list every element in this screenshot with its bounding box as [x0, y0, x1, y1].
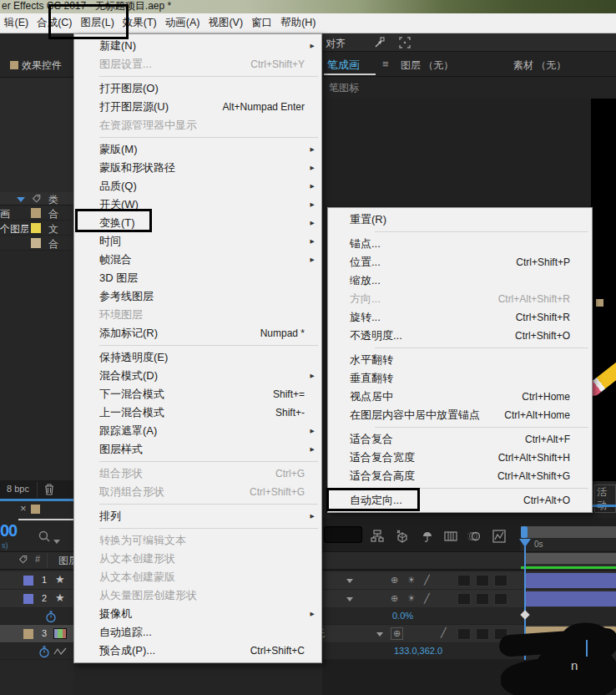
flowchart-icon[interactable]: [371, 530, 384, 543]
menu-item[interactable]: ▶: [328, 424, 592, 430]
menu-item[interactable]: 参考线图层 ▶: [74, 287, 321, 306]
layer-row-2[interactable]: 2 ★: [0, 590, 73, 608]
menu-item[interactable]: 垂直翻转 ▶: [328, 369, 592, 388]
menu-item[interactable]: 混合模式(D) ▶: [74, 367, 321, 385]
menu-item[interactable]: 不透明度... Ctrl+Shift+O ▶: [328, 327, 592, 345]
menubar-item[interactable]: 窗口: [247, 16, 276, 30]
menu-item[interactable]: ▶: [74, 459, 321, 464]
motion-blur-icon[interactable]: [467, 530, 481, 543]
menu-item[interactable]: 跟踪遮罩(A) ▶: [74, 422, 321, 440]
quality-switch-icon[interactable]: ╱: [424, 593, 430, 604]
menu-item[interactable]: 排列 ▶: [74, 507, 321, 525]
matte-chip[interactable]: [457, 575, 471, 586]
matte-chip[interactable]: [476, 628, 489, 640]
stopwatch-icon[interactable]: [45, 611, 57, 623]
menu-item[interactable]: 重置(R) ▶: [328, 211, 592, 229]
menu-item[interactable]: 锚点... ▶: [328, 235, 592, 253]
project-row[interactable]: 合: [0, 236, 73, 251]
chevron-down-icon[interactable]: [346, 579, 353, 583]
menu-item[interactable]: 位置... Ctrl+Shift+P ▶: [328, 253, 592, 271]
label-color-chip[interactable]: [31, 238, 41, 248]
graph-editor-icon[interactable]: [492, 530, 506, 543]
label-tag-icon[interactable]: [32, 194, 43, 205]
menu-item[interactable]: 在图层内容中居中放置锚点 Ctrl+Alt+Home ▶: [328, 406, 592, 424]
anchor-switch-icon[interactable]: ⊕: [391, 575, 398, 586]
sort-arrow-icon[interactable]: [17, 197, 25, 202]
search-options-caret-icon[interactable]: [53, 540, 60, 544]
menu-item[interactable]: 自动追踪... ▶: [74, 623, 321, 642]
menu-item[interactable]: 上一混合模式 Shift+- ▶: [74, 403, 321, 422]
matte-chip[interactable]: [494, 575, 507, 586]
timeline-row-2[interactable]: ⊕ ☀ ╱: [322, 590, 616, 608]
menu-item[interactable]: 品质(Q) ▶: [74, 177, 321, 195]
menu-item[interactable]: ▶: [74, 342, 321, 348]
layer-label-chip[interactable]: [23, 629, 33, 639]
matte-chip[interactable]: [457, 628, 471, 640]
menu-item[interactable]: 新建(N) ▶: [74, 37, 321, 55]
menu-item[interactable]: 从文本创建蒙版 ▶: [74, 568, 321, 586]
menu-item[interactable]: ▶: [74, 501, 321, 507]
search-icon[interactable]: [37, 529, 52, 544]
bit-depth-label[interactable]: 8 bpc: [7, 484, 29, 494]
graph-icon[interactable]: [53, 647, 67, 656]
chevron-down-icon[interactable]: [346, 597, 353, 601]
menu-item[interactable]: ▶: [74, 134, 321, 140]
menu-item[interactable]: 下一混合模式 Shift+= ▶: [74, 385, 321, 403]
frame-blend-icon[interactable]: [444, 530, 457, 543]
menu-item[interactable]: 在资源管理器中显示 ▶: [74, 116, 321, 134]
region-of-interest-icon[interactable]: [398, 36, 412, 49]
layer-name-column-header[interactable]: 图层: [58, 554, 73, 568]
menu-item[interactable]: 保持透明度(E) ▶: [74, 348, 321, 367]
menu-item[interactable]: 预合成(P)... Ctrl+Shift+C ▶: [74, 642, 321, 660]
menu-item[interactable]: ▶: [74, 525, 321, 531]
collapse-switch-icon[interactable]: ☀: [407, 575, 416, 586]
menu-item[interactable]: 从矢量图层创建形状 ▶: [74, 586, 321, 605]
menu-item[interactable]: 从文本创建形状 ▶: [74, 550, 321, 568]
menu-item[interactable]: 蒙版(M) ▶: [74, 140, 321, 159]
project-row[interactable]: 画 合: [0, 205, 73, 221]
menu-item[interactable]: 组合形状 Ctrl+G ▶: [74, 464, 321, 483]
opacity-value[interactable]: 0.0%: [392, 611, 413, 621]
menu-item[interactable]: ▶: [328, 345, 592, 351]
layer-label-chip[interactable]: [23, 576, 33, 586]
shy-layers-icon[interactable]: [421, 530, 434, 543]
menu-item[interactable]: ▶: [328, 229, 592, 235]
anchor-switch-icon[interactable]: ⊕: [391, 627, 403, 640]
menu-item[interactable]: 3D 图层 ▶: [74, 269, 321, 287]
active-camera-dropdown[interactable]: 活动: [594, 484, 616, 513]
quality-switch-icon[interactable]: ╱: [424, 575, 430, 586]
menu-item[interactable]: 缩放... ▶: [328, 271, 592, 290]
menu-item[interactable]: 旋转... Ctrl+Shift+R ▶: [328, 308, 592, 327]
menubar-item[interactable]: 帮助(H): [276, 16, 320, 30]
quality-switch-icon[interactable]: ╱: [441, 627, 447, 638]
menu-item[interactable]: 时间 ▶: [74, 232, 321, 251]
tab-effect-controls[interactable]: 效果控件: [22, 58, 62, 73]
menu-item[interactable]: 添加标记(R) Numpad * ▶: [74, 324, 321, 342]
menu-item[interactable]: 适合复合 Ctrl+Alt+F ▶: [328, 430, 592, 449]
menu-item[interactable]: 适合复合高度 Ctrl+Alt+Shift+G ▶: [328, 467, 592, 485]
menu-item[interactable]: 水平翻转 ▶: [328, 351, 592, 369]
matte-chip[interactable]: [476, 575, 489, 586]
work-area-bar[interactable]: [521, 526, 616, 538]
menu-item[interactable]: ▶: [74, 74, 321, 79]
collapse-switch-icon[interactable]: ☀: [407, 593, 416, 604]
menu-item[interactable]: 打开图层源(U) Alt+Numpad Enter ▶: [74, 98, 321, 116]
menu-item[interactable]: 视点居中 Ctrl+Home ▶: [328, 388, 592, 406]
menu-item[interactable]: 转换为可编辑文本 ▶: [74, 531, 321, 550]
tab-footage-viewer[interactable]: 素材 （无）: [513, 58, 566, 73]
label-color-chip[interactable]: [31, 223, 41, 233]
menubar-item[interactable]: 动画(A): [161, 16, 204, 30]
layer-duration-bar[interactable]: [526, 573, 616, 588]
trash-icon[interactable]: [43, 483, 55, 496]
chevron-down-icon[interactable]: [376, 632, 383, 637]
current-timecode[interactable]: 00: [0, 521, 17, 540]
playhead-handle[interactable]: [519, 539, 531, 547]
menubar-item[interactable]: 视图(V): [204, 16, 247, 30]
menu-item[interactable]: 蒙版和形状路径 ▶: [74, 159, 321, 177]
matte-chip[interactable]: [494, 593, 507, 605]
matte-chip[interactable]: [457, 593, 471, 605]
matte-chip[interactable]: [476, 593, 489, 605]
layer-row-3[interactable]: 3: [0, 625, 73, 643]
menu-item[interactable]: 取消组合形状 Ctrl+Shift+G ▶: [74, 483, 321, 501]
number-column-header[interactable]: #: [35, 554, 40, 564]
